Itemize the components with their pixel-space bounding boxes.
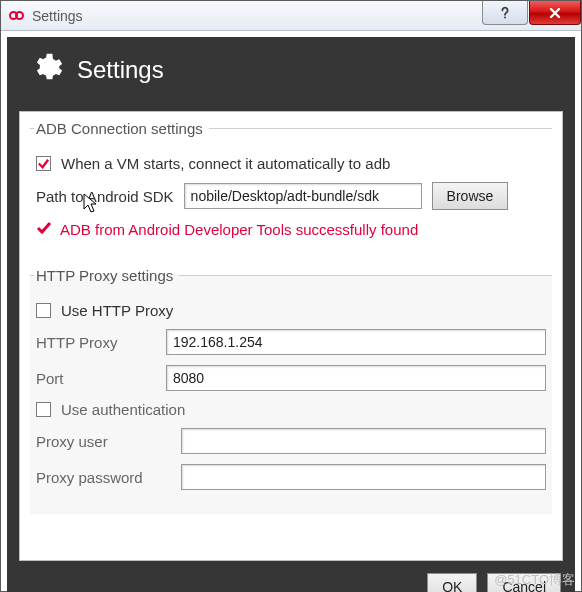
cancel-button[interactable]: Cancel [487, 573, 561, 592]
adb-status-text: ADB from Android Developer Tools success… [60, 221, 418, 238]
use-proxy-label: Use HTTP Proxy [61, 302, 173, 319]
app-logo-icon [9, 11, 24, 20]
page-title: Settings [77, 56, 164, 84]
use-proxy-checkbox[interactable] [36, 303, 51, 318]
ok-button[interactable]: OK [427, 573, 477, 592]
content-area: ADB Connection settings When a VM starts… [19, 111, 563, 561]
browse-button[interactable]: Browse [432, 182, 509, 210]
http-group: HTTP Proxy settings Use HTTP Proxy HTTP … [30, 267, 552, 514]
titlebar: Settings [1, 1, 581, 31]
http-legend: HTTP Proxy settings [34, 267, 179, 284]
svg-point-0 [504, 16, 506, 18]
auto-connect-checkbox[interactable] [36, 156, 51, 171]
proxy-user-input[interactable] [181, 428, 546, 454]
gear-icon [29, 51, 63, 88]
auto-connect-label: When a VM starts, connect it automatical… [61, 155, 390, 172]
help-button[interactable] [482, 1, 528, 25]
use-auth-checkbox[interactable] [36, 402, 51, 417]
adb-group: ADB Connection settings When a VM starts… [30, 120, 552, 259]
sdk-path-input[interactable] [184, 183, 422, 209]
checkmark-icon [36, 220, 52, 239]
use-auth-label: Use authentication [61, 401, 185, 418]
dialog-body: Settings ADB Connection settings When a … [7, 37, 575, 592]
close-button[interactable] [529, 1, 581, 25]
banner: Settings [7, 37, 575, 100]
proxy-port-input[interactable] [166, 365, 546, 391]
proxy-host-label: HTTP Proxy [36, 334, 156, 351]
proxy-host-input[interactable] [166, 329, 546, 355]
proxy-password-input[interactable] [181, 464, 546, 490]
proxy-port-label: Port [36, 370, 156, 387]
settings-window: Settings Settings ADB Connection setting… [0, 0, 582, 592]
adb-legend: ADB Connection settings [34, 120, 209, 137]
sdk-path-label: Path to Android SDK [36, 188, 174, 205]
proxy-user-label: Proxy user [36, 433, 171, 450]
dialog-buttons: OK Cancel [427, 573, 561, 592]
window-title: Settings [32, 8, 83, 24]
proxy-password-label: Proxy password [36, 469, 171, 486]
